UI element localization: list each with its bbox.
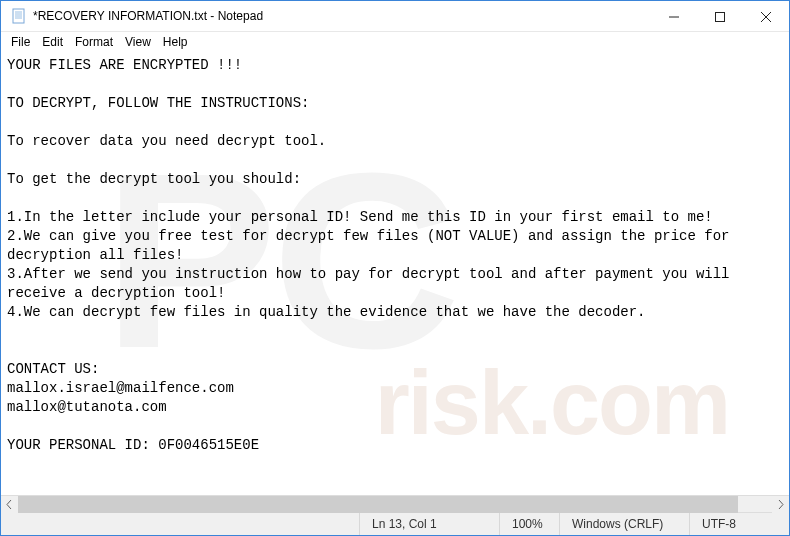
status-position: Ln 13, Col 1 xyxy=(359,513,499,535)
window-title: *RECOVERY INFORMATION.txt - Notepad xyxy=(33,9,651,23)
svg-rect-6 xyxy=(716,12,725,21)
horizontal-scrollbar[interactable] xyxy=(1,495,789,512)
text-editor[interactable]: YOUR FILES ARE ENCRYPTED !!! TO DECRYPT,… xyxy=(1,52,789,459)
menu-help[interactable]: Help xyxy=(157,33,194,51)
maximize-button[interactable] xyxy=(697,1,743,32)
editor-viewport: PC risk.com YOUR FILES ARE ENCRYPTED !!!… xyxy=(1,52,789,495)
menu-edit[interactable]: Edit xyxy=(36,33,69,51)
title-bar: *RECOVERY INFORMATION.txt - Notepad xyxy=(1,1,789,32)
notepad-icon xyxy=(11,8,27,24)
window-controls xyxy=(651,1,789,31)
minimize-button[interactable] xyxy=(651,1,697,32)
status-encoding: UTF-8 xyxy=(689,513,789,535)
scroll-right-arrow-icon[interactable] xyxy=(772,496,789,513)
status-bar: Ln 13, Col 1 100% Windows (CRLF) UTF-8 xyxy=(1,512,789,535)
scroll-left-arrow-icon[interactable] xyxy=(1,496,18,513)
scroll-thumb[interactable] xyxy=(18,496,738,513)
menu-file[interactable]: File xyxy=(5,33,36,51)
svg-line-8 xyxy=(761,12,771,22)
scroll-track[interactable] xyxy=(18,496,772,513)
menu-bar: File Edit Format View Help xyxy=(1,32,789,52)
status-spacer xyxy=(1,513,359,535)
status-eol: Windows (CRLF) xyxy=(559,513,689,535)
close-button[interactable] xyxy=(743,1,789,32)
menu-view[interactable]: View xyxy=(119,33,157,51)
status-zoom: 100% xyxy=(499,513,559,535)
menu-format[interactable]: Format xyxy=(69,33,119,51)
svg-line-7 xyxy=(761,12,771,22)
